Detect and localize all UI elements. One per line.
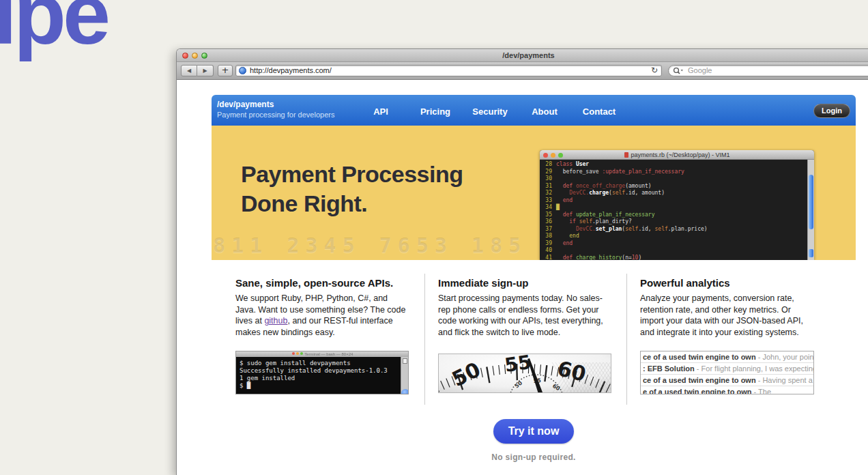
desktop: ipe /dev/payments ◀ ▶ + http://devpaymen… — [0, 0, 868, 475]
stopwatch-dial-image: 505560 505560 — [438, 354, 611, 393]
testimonial-row: : EFB Solution - For flight planning, I … — [641, 363, 813, 375]
terminal-resize-dot — [401, 389, 409, 394]
terminal-minimize-icon — [296, 352, 299, 355]
try-it-now-button[interactable]: Try it now — [493, 419, 574, 444]
new-tab-button[interactable]: + — [218, 65, 233, 76]
url-text: http://devpayments.com/ — [250, 66, 332, 74]
column-divider — [626, 274, 627, 405]
nav-link-pricing[interactable]: Pricing — [408, 104, 463, 117]
vim-scrollbar — [807, 160, 814, 260]
browser-titlebar[interactable]: /dev/payments — [177, 49, 868, 62]
nav-link-security[interactable]: Security — [463, 104, 517, 117]
feature-column-apis: Sane, simple, open-source APIs. We suppo… — [235, 277, 410, 338]
testimonial-row: e of a used twin engine to own - The — [641, 386, 813, 394]
feature-body: Start processing payments today. No sale… — [438, 293, 613, 338]
search-input[interactable]: Google — [668, 65, 868, 76]
site-brand[interactable]: /dev/payments — [217, 100, 274, 109]
browser-toolbar: ◀ ▶ + http://devpayments.com/ ↻ Google — [177, 62, 868, 80]
vim-screenshot: payments.rb (~/Desktop/pay) - VIM1 28cla… — [540, 150, 814, 260]
reload-icon[interactable]: ↻ — [651, 66, 658, 76]
feature-heading: Immediate sign-up — [438, 277, 613, 289]
vim-scrollbar-cap — [809, 249, 813, 257]
svg-text:55: 55 — [503, 354, 532, 377]
feature-body: We support Ruby, PHP, Python, C#, and Ja… — [235, 293, 410, 338]
nav-link-api[interactable]: API — [353, 104, 408, 117]
feature-column-analytics: Powerful analytics Analyze your payments… — [640, 277, 815, 338]
testimonial-row: ce of a used twin engine to own - Having… — [641, 375, 813, 386]
vim-scrollbar-thumb — [809, 175, 813, 229]
github-link[interactable]: github — [264, 316, 287, 326]
terminal-zoom-icon — [300, 352, 303, 355]
vim-code: 28class User29 before_save :update_plan_… — [540, 160, 807, 260]
browser-window: /dev/payments ◀ ▶ + http://devpayments.c… — [176, 48, 868, 475]
nav-link-about[interactable]: About — [517, 104, 572, 117]
terminal-scroll-icon — [403, 358, 407, 364]
terminal-close-icon — [292, 352, 295, 355]
site-tagline: Payment processing for developers — [217, 111, 334, 119]
site-nav-links: APIPricingSecurityAboutContact — [353, 95, 626, 126]
site-navbar: /dev/payments Payment processing for dev… — [212, 95, 856, 126]
terminal-title: Terminal — bash — 80×24 — [304, 352, 353, 356]
back-button[interactable]: ◀ — [181, 65, 197, 76]
feature-body: Analyze your payments, conversion rate, … — [640, 293, 815, 338]
feature-heading: Sane, simple, open-source APIs. — [235, 277, 410, 289]
hero-headline-line1: Payment Processing — [241, 160, 463, 189]
terminal-titlebar: Terminal — bash — 80×24 — [236, 351, 408, 357]
column-divider — [424, 274, 425, 405]
login-button[interactable]: Login — [813, 104, 850, 118]
site-favicon-globe-icon — [239, 67, 246, 74]
hero-banner: Payment Processing Done Right. 811 2345 … — [212, 126, 856, 260]
hero-headline: Payment Processing Done Right. — [241, 160, 463, 218]
cta-note: No sign-up required. — [442, 452, 625, 462]
address-bar[interactable]: http://devpayments.com/ ↻ — [235, 65, 662, 76]
feature-heading: Powerful analytics — [640, 277, 815, 289]
testimonials-image: ce of a used twin engine to own - John, … — [640, 351, 814, 394]
hero-headline-line2: Done Right. — [241, 189, 463, 218]
search-icon — [673, 67, 684, 78]
feature-column-signup: Immediate sign-up Start processing payme… — [438, 277, 613, 338]
window-title: /dev/payments — [177, 51, 868, 59]
forward-button[interactable]: ▶ — [197, 65, 214, 76]
nav-link-contact[interactable]: Contact — [572, 104, 626, 117]
file-icon — [624, 152, 628, 158]
terminal-output: $ sudo gem install devpaymentsSuccessful… — [236, 357, 408, 394]
terminal-scrollbar — [401, 357, 408, 394]
stripe-logo-fragment: ipe — [0, 0, 107, 63]
search-placeholder: Google — [688, 66, 712, 74]
browser-viewport: /dev/payments Payment processing for dev… — [177, 80, 868, 475]
vim-titlebar: payments.rb (~/Desktop/pay) - VIM1 — [540, 150, 814, 160]
vim-title: payments.rb (~/Desktop/pay) - VIM1 — [540, 152, 814, 158]
embossed-card-digits: 811 2345 7653 185 — [213, 233, 527, 257]
testimonial-row: ce of a used twin engine to own - John, … — [641, 351, 813, 363]
terminal-screenshot: Terminal — bash — 80×24 $ sudo gem insta… — [235, 351, 409, 394]
